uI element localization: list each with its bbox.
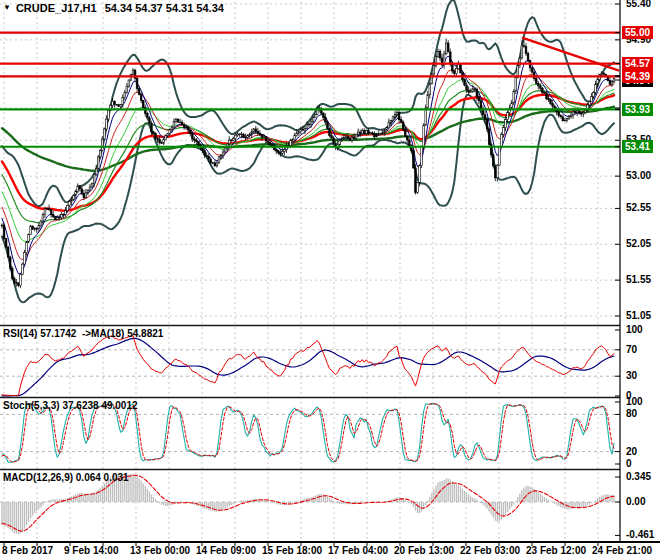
symbol-dropdown-icon[interactable]: ▼ xyxy=(3,4,11,12)
stochastic-indicator-label: Stoch(5,3,3) 37.6238 49.0012 xyxy=(3,400,138,411)
macd-indicator-label: MACD(12,26,9) 0.064 0.031 xyxy=(3,472,129,483)
rsi-indicator-label: RSI(14) 57.1742 ->MA(18) 54.8821 xyxy=(3,328,163,339)
price-level-badge: 53.41 xyxy=(622,140,653,153)
price-level-badge: 55.00 xyxy=(622,26,653,39)
price-axis-label: 52.05 xyxy=(626,238,651,250)
stoch-scale-label: 80 xyxy=(626,408,637,420)
time-axis-label: 24 Feb 21:00 xyxy=(592,545,652,556)
stochastic-plot xyxy=(2,403,614,462)
time-axis-label: 8 Feb 2017 xyxy=(2,545,53,556)
rsi-scale-label: 100 xyxy=(626,324,643,336)
price-axis-label: 51.55 xyxy=(626,274,651,286)
axes xyxy=(0,0,660,546)
rsi-plot xyxy=(2,336,614,396)
time-scale[interactable]: 8 Feb 20179 Feb 14:0013 Feb 00:0014 Feb … xyxy=(0,543,660,560)
time-axis-label: 9 Feb 14:00 xyxy=(64,545,118,556)
time-axis-label: 22 Feb 03:00 xyxy=(460,545,520,556)
time-axis-label: 14 Feb 09:00 xyxy=(196,545,256,556)
macd-scale-label: -0.461 xyxy=(626,529,654,541)
price-scale[interactable]: 55.4054.9053.5053.0052.5552.0551.5551.05… xyxy=(620,0,660,542)
grid xyxy=(0,2,620,542)
time-axis-label: 15 Feb 18:00 xyxy=(262,545,322,556)
price-axis-label: 52.55 xyxy=(626,202,651,214)
macd-scale-label: 0.00 xyxy=(626,496,645,508)
moving-averages xyxy=(2,56,614,274)
stoch-scale-label: 100 xyxy=(626,396,643,408)
trendline[interactable] xyxy=(522,38,619,71)
price-axis-label: 53.00 xyxy=(626,170,651,182)
chart-title-bar: ▼ CRUDE_J17,H1 54.34 54.37 54.31 54.34 xyxy=(3,2,224,14)
chart-window: ▼ CRUDE_J17,H1 54.34 54.37 54.31 54.34 R… xyxy=(0,0,660,560)
price-level-badge: 54.39 xyxy=(622,70,653,83)
price-axis-label: 55.40 xyxy=(626,0,651,10)
price-level-badge: 53.93 xyxy=(622,103,653,116)
chart-title-ohlc: 54.34 54.37 54.31 54.34 xyxy=(105,2,224,14)
time-axis-label: 13 Feb 00:00 xyxy=(130,545,190,556)
price-level-badge: 54.57 xyxy=(622,57,653,70)
time-axis-label: 17 Feb 04:00 xyxy=(328,545,388,556)
macd-scale-label: 0.345 xyxy=(626,471,651,483)
rsi-scale-label: 70 xyxy=(626,344,637,356)
time-axis-label: 20 Feb 13:00 xyxy=(394,545,454,556)
chart-title-symbol: CRUDE_J17,H1 xyxy=(16,2,97,14)
rsi-scale-label: 30 xyxy=(626,370,637,382)
stoch-scale-label: 20 xyxy=(626,446,637,458)
price-axis-label: 51.05 xyxy=(626,310,651,322)
stoch-scale-label: 0 xyxy=(626,458,632,470)
time-axis-label: 23 Feb 12:00 xyxy=(526,545,586,556)
